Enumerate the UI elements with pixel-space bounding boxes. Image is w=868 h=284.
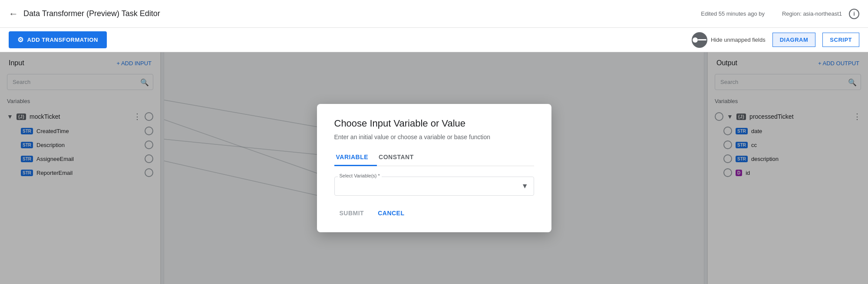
toolbar-right: Hide unmapped fields DIAGRAM SCRIPT [692,32,859,48]
region-info: Region: asia-northeast1 [782,10,842,17]
select-variable-dropdown[interactable] [340,183,521,190]
add-transformation-button[interactable]: ⚙ ADD TRANSFORMATION [9,31,107,48]
modal-subtitle: Enter an initial value or choose a varia… [334,134,534,140]
diagram-button[interactable]: DIAGRAM [772,33,816,47]
gear-icon: ⚙ [17,36,24,44]
back-button[interactable]: ← [9,8,18,20]
select-variable-wrapper[interactable]: ▼ [334,177,534,196]
select-variable-label: Select Variable(s) * [338,173,382,178]
modal-overlay[interactable]: Choose Input Variable or Value Enter an … [0,52,868,284]
select-variable-group: Select Variable(s) * ▼ [334,177,534,196]
minus-icon [698,39,706,40]
modal-tabs: VARIABLE CONSTANT [334,149,534,166]
top-bar: ← Data Transformer (Preview) Task Editor… [0,0,868,28]
script-button[interactable]: SCRIPT [822,33,859,47]
add-transformation-label: ADD TRANSFORMATION [27,37,98,43]
modal-title: Choose Input Variable or Value [334,118,534,129]
page-title: Data Transformer (Preview) Task Editor [23,9,701,18]
edit-info: Edited 55 minutes ago by [701,10,765,17]
toggle-container: Hide unmapped fields [692,32,766,48]
dropdown-arrow-icon: ▼ [521,182,528,190]
hide-unmapped-toggle[interactable] [692,32,707,48]
info-icon[interactable]: i [849,9,859,19]
modal-dialog: Choose Input Variable or Value Enter an … [317,104,551,232]
hide-unmapped-label: Hide unmapped fields [711,37,766,43]
cancel-button[interactable]: CANCEL [373,206,409,220]
submit-button[interactable]: SUBMIT [334,206,370,220]
main-content: Input + ADD INPUT 🔍 Variables ▼ {J} mock… [0,52,868,284]
tab-variable[interactable]: VARIABLE [334,149,377,166]
back-icon: ← [9,8,18,20]
toolbar: ⚙ ADD TRANSFORMATION Hide unmapped field… [0,28,868,52]
modal-actions: SUBMIT CANCEL [334,206,534,220]
tab-constant[interactable]: CONSTANT [377,149,422,166]
